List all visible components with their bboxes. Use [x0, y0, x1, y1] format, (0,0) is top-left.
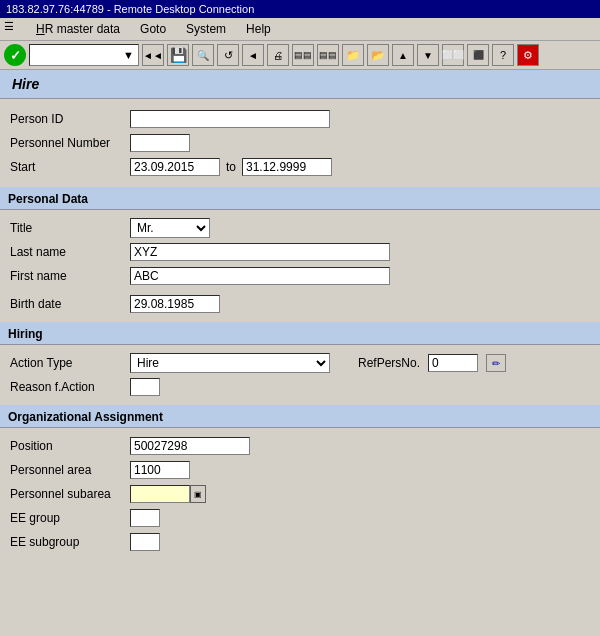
ee-group-row: EE group — [10, 508, 590, 528]
person-id-row: Person ID — [10, 109, 590, 129]
last-name-input[interactable] — [130, 243, 390, 261]
personnel-number-label: Personnel Number — [10, 136, 130, 150]
position-label: Position — [10, 439, 130, 453]
first-name-label: First name — [10, 269, 130, 283]
hiring-wrapper: Hiring Action Type Hire RefPersNo. ✏ Rea… — [0, 324, 600, 405]
org-header: Organizational Assignment — [0, 407, 600, 428]
check-icon[interactable]: ✓ — [4, 44, 26, 66]
personnel-area-input[interactable] — [130, 461, 190, 479]
action-type-container: Hire RefPersNo. ✏ — [130, 353, 506, 373]
edit-refpers-btn[interactable]: ✏ — [486, 354, 506, 372]
personal-data-header: Personal Data — [0, 189, 600, 210]
reason-input[interactable] — [130, 378, 160, 396]
ee-subgroup-label: EE subgroup — [10, 535, 130, 549]
to-label: to — [226, 160, 236, 174]
title-select[interactable]: Mr. Ms. Dr. — [130, 218, 210, 238]
personnel-subarea-label: Personnel subarea — [10, 487, 130, 501]
last-name-row: Last name — [10, 242, 590, 262]
first-name-row: First name — [10, 266, 590, 286]
personal-data-section: Title Mr. Ms. Dr. Last name First name B… — [0, 214, 600, 322]
refresh-btn[interactable]: ↺ — [217, 44, 239, 66]
menu-bar: ☰ HR master data Goto System Help — [0, 18, 600, 41]
find-btn[interactable]: 🔍 — [192, 44, 214, 66]
action-type-label: Action Type — [10, 356, 130, 370]
action-type-row: Action Type Hire RefPersNo. ✏ — [10, 353, 590, 373]
start-row: Start to — [10, 157, 590, 177]
start-label: Start — [10, 160, 130, 174]
person-id-label: Person ID — [10, 112, 130, 126]
menu-goto[interactable]: Goto — [136, 20, 170, 38]
ee-subgroup-row: EE subgroup — [10, 532, 590, 552]
personnel-subarea-browse-btn[interactable]: ▣ — [190, 485, 206, 503]
help-btn[interactable]: ? — [492, 44, 514, 66]
save-btn[interactable]: 💾 — [167, 44, 189, 66]
personnel-number-row: Personnel Number — [10, 133, 590, 153]
page-title: Hire — [0, 70, 600, 99]
birth-date-label: Birth date — [10, 297, 130, 311]
personnel-subarea-input[interactable] — [130, 485, 190, 503]
personnel-subarea-row: Personnel subarea ▣ — [10, 484, 590, 504]
screen2-btn[interactable]: ⬛ — [467, 44, 489, 66]
menu-help[interactable]: Help — [242, 20, 275, 38]
position-input[interactable] — [130, 437, 250, 455]
up-btn[interactable]: ▲ — [392, 44, 414, 66]
personnel-number-input[interactable] — [130, 134, 190, 152]
copy-btn[interactable]: ▤▤ — [292, 44, 314, 66]
personnel-area-label: Personnel area — [10, 463, 130, 477]
refpers-input[interactable] — [428, 354, 478, 372]
menu-hr-master[interactable]: HR master data — [32, 20, 124, 38]
position-row: Position — [10, 436, 590, 456]
personnel-area-row: Personnel area — [10, 460, 590, 480]
command-dropdown[interactable]: ▼ — [29, 44, 139, 66]
config-btn[interactable]: ⚙ — [517, 44, 539, 66]
first-name-input[interactable] — [130, 267, 390, 285]
title-row: Title Mr. Ms. Dr. — [10, 218, 590, 238]
window-title: 183.82.97.76:44789 - Remote Desktop Conn… — [6, 3, 254, 15]
end-date-input[interactable] — [242, 158, 332, 176]
ee-group-label: EE group — [10, 511, 130, 525]
down-btn[interactable]: ▼ — [417, 44, 439, 66]
refpers-label: RefPersNo. — [358, 356, 420, 370]
folder2-btn[interactable]: 📂 — [367, 44, 389, 66]
action-type-select[interactable]: Hire — [130, 353, 330, 373]
hiring-header: Hiring — [0, 324, 600, 345]
reason-label: Reason f.Action — [10, 380, 130, 394]
screen-btn[interactable]: ⬜⬜ — [442, 44, 464, 66]
print-btn[interactable]: 🖨 — [267, 44, 289, 66]
basic-section: Person ID Personnel Number Start to — [0, 103, 600, 187]
title-label: Title — [10, 221, 130, 235]
ee-group-input[interactable] — [130, 509, 160, 527]
org-wrapper: Organizational Assignment Position Perso… — [0, 407, 600, 560]
title-bar: 183.82.97.76:44789 - Remote Desktop Conn… — [0, 0, 600, 18]
org-section: Position Personnel area Personnel subare… — [0, 432, 600, 560]
folder-btn[interactable]: 📁 — [342, 44, 364, 66]
ee-subgroup-input[interactable] — [130, 533, 160, 551]
reason-row: Reason f.Action — [10, 377, 590, 397]
copy2-btn[interactable]: ▤▤ — [317, 44, 339, 66]
menu-spacer: ☰ — [4, 20, 20, 38]
personal-data-wrapper: Personal Data Title Mr. Ms. Dr. Last nam… — [0, 189, 600, 322]
birth-date-input[interactable] — [130, 295, 220, 313]
start-date-input[interactable] — [130, 158, 220, 176]
hiring-section: Action Type Hire RefPersNo. ✏ Reason f.A… — [0, 349, 600, 405]
nav-back-btn[interactable]: ◄◄ — [142, 44, 164, 66]
birth-date-row: Birth date — [10, 294, 590, 314]
nav-prev-btn[interactable]: ◄ — [242, 44, 264, 66]
toolbar: ✓ ▼ ◄◄ 💾 🔍 ↺ ◄ 🖨 ▤▤ ▤▤ 📁 📂 ▲ ▼ ⬜⬜ ⬛ ? ⚙ — [0, 41, 600, 70]
person-id-input[interactable] — [130, 110, 330, 128]
menu-system[interactable]: System — [182, 20, 230, 38]
last-name-label: Last name — [10, 245, 130, 259]
